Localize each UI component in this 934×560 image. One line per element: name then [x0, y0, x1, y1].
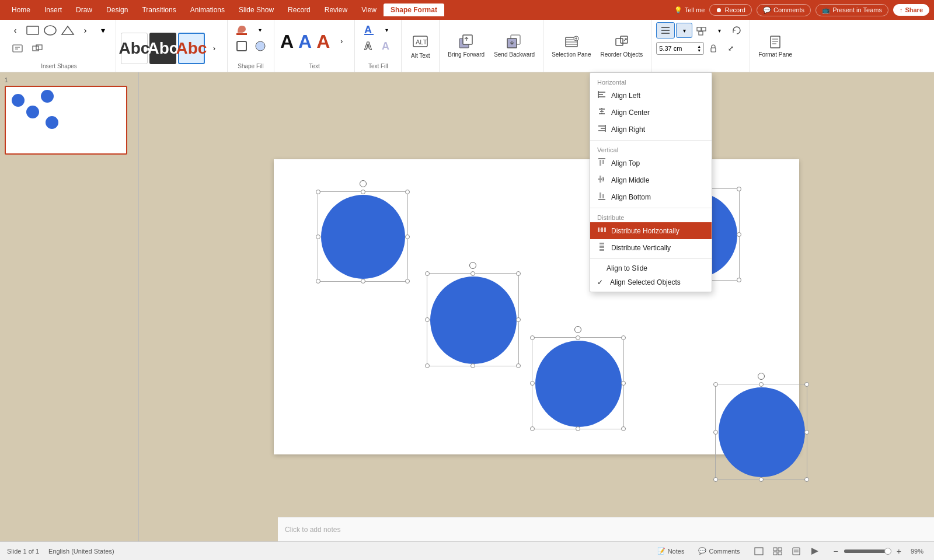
height-input[interactable]: 5.37 cm ▲ ▼ — [656, 42, 704, 55]
slideshow-button[interactable] — [807, 546, 823, 556]
handle-ml-1[interactable] — [316, 235, 320, 239]
canvas-area[interactable]: Click to add notes — [139, 72, 934, 541]
text-color-orange[interactable]: A — [315, 30, 331, 54]
align-to-slide-item[interactable]: Align to Slide — [590, 261, 712, 275]
handle-bl-1[interactable] — [316, 279, 320, 284]
format-pane-button[interactable]: Format Pane — [755, 29, 796, 64]
handle-tr-1[interactable] — [405, 190, 410, 194]
tab-review[interactable]: Review — [318, 4, 354, 16]
align-left-item[interactable]: Align Left — [590, 87, 712, 104]
tab-shape-format[interactable]: Shape Format — [384, 4, 444, 16]
align-right-item[interactable]: Align Right — [590, 121, 712, 138]
handle-mr-2[interactable] — [516, 317, 521, 322]
handle-tm-2[interactable] — [471, 271, 475, 276]
comments-status-button[interactable]: 💬 Comments — [695, 546, 743, 556]
text-outline-button[interactable]: A — [361, 38, 378, 54]
shape-thumb-rect[interactable] — [25, 22, 41, 38]
rotate-handle-5[interactable] — [758, 373, 765, 380]
zoom-out-button[interactable]: − — [830, 545, 842, 557]
distribute-vertically-item[interactable]: Distribute Vertically — [590, 239, 712, 256]
shape-fill-button[interactable] — [234, 22, 250, 37]
align-selected-objects-item[interactable]: ✓ Align Selected Objects — [590, 275, 712, 289]
notes-area[interactable]: Click to add notes — [278, 517, 934, 541]
tell-me-button[interactable]: 💡 Tell me — [674, 6, 705, 14]
tab-record[interactable]: Record — [281, 4, 318, 16]
text-fill-dropdown[interactable]: ▾ — [379, 22, 395, 37]
align-top-item[interactable]: Align Top — [590, 155, 712, 172]
send-backward-button[interactable]: Send Backward — [490, 29, 538, 64]
handle-tm-1[interactable] — [361, 190, 365, 194]
shape-circle-5[interactable] — [715, 384, 807, 480]
expand-size[interactable]: ⤢ — [723, 41, 739, 56]
handle-br-1[interactable] — [405, 279, 410, 284]
comments-button[interactable]: 💬 Comments — [757, 4, 811, 16]
text-color-black[interactable]: A — [279, 30, 295, 54]
nav-prev-shapes[interactable]: ‹ — [7, 23, 23, 38]
handle-br-4[interactable] — [737, 278, 741, 282]
handle-tl-5[interactable] — [713, 382, 718, 387]
handle-bl-3[interactable] — [530, 426, 535, 431]
reading-view-button[interactable] — [788, 546, 804, 556]
text-effects-button[interactable]: A — [379, 38, 395, 54]
shape-outline-button[interactable] — [234, 38, 250, 54]
text-style-1[interactable]: Abc — [121, 33, 148, 64]
tab-design[interactable]: Design — [99, 4, 135, 16]
nav-more-shapes[interactable]: ▾ — [95, 23, 111, 38]
notes-button[interactable]: 📝 Notes — [654, 546, 688, 556]
handle-ml-2[interactable] — [425, 317, 430, 322]
share-button[interactable]: ↑ Share — [893, 4, 929, 16]
shape-thumb-triangle[interactable] — [60, 22, 76, 38]
nav-next-shapes[interactable]: › — [77, 23, 93, 38]
alt-text-button[interactable]: ALT Alt Text — [406, 29, 434, 64]
zoom-in-button[interactable]: + — [893, 545, 905, 557]
handle-br-5[interactable] — [804, 477, 809, 482]
handle-bm-2[interactable] — [471, 363, 475, 368]
rotate-handle-1[interactable] — [360, 180, 367, 187]
tab-insert[interactable]: Insert — [37, 4, 69, 16]
slide-panel[interactable]: 1 — [0, 72, 139, 541]
handle-bl-2[interactable] — [425, 363, 430, 368]
slide-thumbnail[interactable] — [5, 86, 127, 155]
shape-thumb-circle[interactable] — [42, 22, 58, 38]
group-dropdown[interactable]: ▾ — [711, 23, 727, 38]
handle-mr-1[interactable] — [405, 235, 410, 239]
handle-tr-2[interactable] — [516, 271, 521, 276]
handle-mr-4[interactable] — [737, 232, 741, 237]
align-dropdown-arrow[interactable]: ▾ — [676, 23, 692, 38]
wordart-expand[interactable]: › — [333, 34, 350, 49]
handle-br-2[interactable] — [516, 363, 521, 368]
text-style-2[interactable]: Abc — [149, 33, 176, 64]
handle-ml-5[interactable] — [713, 430, 718, 435]
height-decrement[interactable]: ▼ — [697, 48, 701, 52]
text-styles-expand[interactable]: › — [206, 41, 222, 56]
align-bottom-item[interactable]: Align Bottom — [590, 188, 712, 205]
bring-forward-button[interactable]: Bring Forward — [444, 29, 488, 64]
shape-circle-1[interactable] — [318, 191, 408, 282]
text-fill-button[interactable]: A — [361, 22, 378, 37]
handle-bm-1[interactable] — [361, 279, 365, 284]
handle-tm-3[interactable] — [576, 335, 580, 340]
handle-br-3[interactable] — [621, 426, 626, 431]
tab-home[interactable]: Home — [5, 4, 37, 16]
slide-canvas[interactable] — [274, 159, 799, 454]
selection-pane-button[interactable]: Selection Pane — [548, 29, 594, 64]
group-button[interactable] — [693, 23, 710, 38]
handle-bm-3[interactable] — [576, 426, 580, 431]
text-style-3[interactable]: Abc — [178, 33, 205, 64]
tab-draw[interactable]: Draw — [69, 4, 99, 16]
text-box-button[interactable] — [7, 41, 28, 56]
distribute-horizontally-item[interactable]: Distribute Horizontally — [590, 222, 712, 239]
rotate-handle-2[interactable] — [469, 262, 476, 269]
align-button[interactable] — [656, 22, 675, 38]
zoom-slider[interactable] — [844, 550, 891, 553]
handle-tm-5[interactable] — [759, 382, 764, 387]
handle-tr-5[interactable] — [804, 382, 809, 387]
reorder-objects-button[interactable]: Reorder Objects — [597, 29, 646, 64]
normal-view-button[interactable] — [751, 546, 767, 556]
tab-animations[interactable]: Animations — [183, 4, 232, 16]
handle-mr-5[interactable] — [804, 430, 809, 435]
shape-circle-2[interactable] — [427, 273, 519, 366]
shape-effects-button[interactable] — [252, 38, 269, 54]
align-center-item[interactable]: Align Center — [590, 104, 712, 121]
handle-bl-5[interactable] — [713, 477, 718, 482]
